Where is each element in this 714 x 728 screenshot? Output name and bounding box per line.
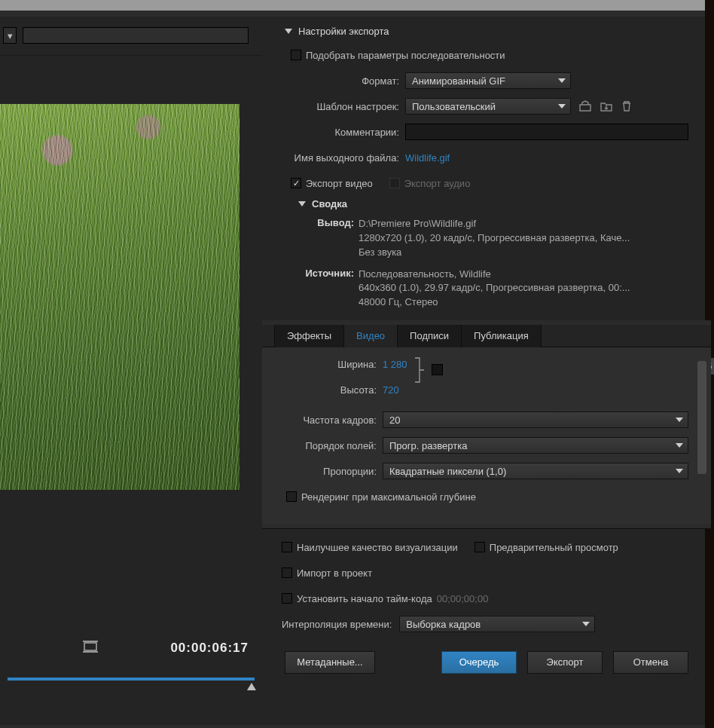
use-preview-checkbox[interactable] bbox=[474, 542, 485, 552]
tab-publish[interactable]: Публикация bbox=[462, 325, 542, 347]
height-input[interactable]: 720 bbox=[383, 384, 399, 396]
preset-dropdown[interactable]: Пользовательский bbox=[405, 98, 571, 115]
chevron-down-icon bbox=[676, 469, 683, 473]
playhead-icon[interactable] bbox=[247, 683, 256, 690]
aspect-dropdown[interactable]: Квадратные пиксели (1,0) bbox=[383, 463, 688, 479]
aspect-lock-toggle[interactable] bbox=[432, 364, 443, 375]
export-video-checkbox[interactable] bbox=[291, 178, 301, 188]
match-sequence-checkbox[interactable] bbox=[291, 50, 301, 60]
metadata-button[interactable]: Метаданные... bbox=[285, 651, 375, 674]
export-audio-label: Экспорт аудио bbox=[404, 178, 471, 189]
start-tc-value: 00;00;00;00 bbox=[437, 593, 489, 604]
max-depth-label: Рендеринг при максимальной глубине bbox=[301, 491, 476, 503]
export-audio-checkbox bbox=[389, 178, 400, 188]
best-quality-checkbox[interactable] bbox=[282, 542, 292, 552]
format-dropdown[interactable]: Анимированный GIF bbox=[405, 72, 571, 89]
max-depth-checkbox[interactable] bbox=[286, 491, 297, 502]
best-quality-label: Наилучшее качество визуализации bbox=[297, 542, 458, 553]
export-video-label: Экспорт видео bbox=[306, 178, 373, 189]
chevron-down-icon bbox=[298, 201, 306, 206]
summary-title: Сводка bbox=[312, 198, 347, 210]
summary-source-text: Последовательность, Wildlife 640x360 (1.… bbox=[359, 268, 630, 310]
preview-image bbox=[0, 104, 240, 490]
comments-label: Комментарии: bbox=[285, 127, 405, 138]
timecode-display[interactable]: 00:00:06:17 bbox=[170, 641, 249, 655]
preset-label: Шаблон настроек: bbox=[285, 101, 405, 112]
chevron-down-icon bbox=[582, 622, 590, 626]
summary-header[interactable]: Сводка bbox=[298, 198, 688, 210]
fps-dropdown[interactable]: 20 bbox=[383, 411, 688, 428]
import-preset-icon[interactable] bbox=[600, 100, 613, 112]
delete-preset-icon[interactable] bbox=[621, 100, 633, 112]
import-project-checkbox[interactable] bbox=[282, 567, 292, 578]
output-name-link[interactable]: Wildlife.gif bbox=[405, 152, 450, 164]
fps-label: Частота кадров: bbox=[285, 414, 383, 426]
comments-input[interactable] bbox=[405, 124, 688, 140]
summary-source-key: Источник: bbox=[297, 268, 359, 310]
chevron-down-icon bbox=[558, 78, 566, 83]
timeline-slider[interactable] bbox=[8, 672, 255, 686]
preview-panel: ▾ 00:00:06:17 bbox=[0, 17, 262, 725]
tab-effects[interactable]: Эффекты bbox=[274, 325, 344, 347]
cancel-button[interactable]: Отмена bbox=[613, 651, 688, 674]
chevron-down-icon bbox=[285, 29, 292, 34]
svg-rect-0 bbox=[84, 643, 96, 650]
export-settings-title: Настройки экспорта bbox=[298, 26, 389, 37]
field-order-label: Порядок полей: bbox=[285, 440, 383, 451]
chevron-down-icon bbox=[676, 443, 683, 448]
fit-screen-icon[interactable] bbox=[83, 641, 98, 653]
link-brace-icon bbox=[412, 353, 427, 387]
export-settings-header[interactable]: Настройки экспорта bbox=[285, 26, 688, 37]
export-button[interactable]: Экспорт bbox=[527, 651, 603, 674]
chevron-down-icon bbox=[676, 418, 683, 422]
height-label: Высота: bbox=[285, 384, 383, 396]
tab-captions[interactable]: Подписи bbox=[398, 325, 462, 347]
width-input[interactable]: 1 280 bbox=[383, 359, 407, 370]
preview-source-dropdown[interactable]: ▾ bbox=[3, 27, 17, 44]
aspect-label: Пропорции: bbox=[285, 466, 383, 477]
save-preset-icon[interactable] bbox=[578, 100, 592, 112]
width-label: Ширина: bbox=[285, 359, 383, 370]
time-interpolation-label: Интерполяция времени: bbox=[282, 619, 399, 630]
chevron-down-icon bbox=[558, 104, 566, 109]
queue-button[interactable]: Очередь bbox=[441, 651, 517, 674]
import-project-label: Импорт в проект bbox=[297, 567, 372, 579]
use-preview-label: Предварительный просмотр bbox=[490, 542, 618, 553]
preview-search-input[interactable] bbox=[23, 27, 249, 44]
output-name-label: Имя выходного файла: bbox=[285, 152, 405, 164]
time-interpolation-dropdown[interactable]: Выборка кадров bbox=[399, 616, 595, 632]
settings-tabs: Эффекты Видео Подписи Публикация bbox=[262, 325, 711, 347]
tab-video[interactable]: Видео bbox=[344, 325, 398, 347]
set-start-tc-checkbox[interactable] bbox=[282, 593, 292, 604]
summary-output-key: Вывод: bbox=[297, 217, 359, 260]
summary-output-text: D:\Premiere Pro\Wildlife.gif 1280x720 (1… bbox=[359, 217, 630, 260]
field-order-dropdown[interactable]: Прогр. развертка bbox=[383, 437, 688, 454]
format-label: Формат: bbox=[285, 75, 405, 87]
set-start-tc-label: Установить начало тайм-кода bbox=[297, 593, 432, 604]
match-sequence-label: Подобрать параметры последовательности bbox=[306, 50, 505, 61]
video-panel-scrollbar[interactable] bbox=[697, 361, 706, 474]
